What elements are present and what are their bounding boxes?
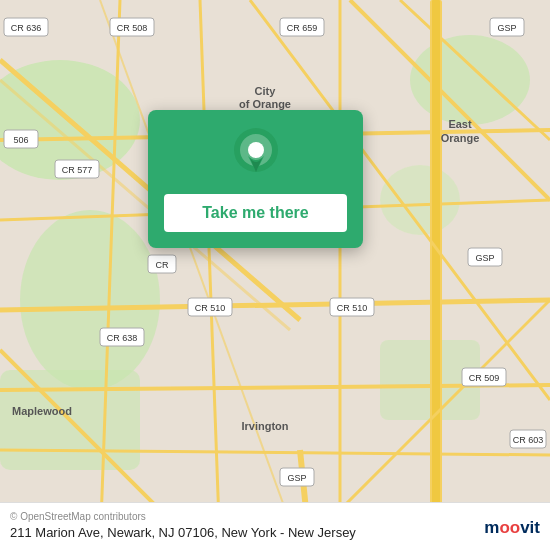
svg-text:GSP: GSP: [287, 473, 306, 483]
svg-text:CR 659: CR 659: [287, 23, 318, 33]
svg-text:GSP: GSP: [497, 23, 516, 33]
svg-text:CR 638: CR 638: [107, 333, 138, 343]
moovit-logo: moovit: [484, 518, 540, 538]
svg-text:CR 510: CR 510: [337, 303, 368, 313]
svg-text:CR 510: CR 510: [195, 303, 226, 313]
take-me-there-button[interactable]: Take me there: [164, 194, 347, 232]
action-card: Take me there: [148, 110, 363, 248]
address-text: 211 Marion Ave, Newark, NJ 07106, New Yo…: [10, 525, 356, 540]
map-container: CR 636 CR 508 CR 659 GSP 506 CR 577 CR G…: [0, 0, 550, 550]
svg-text:506: 506: [13, 135, 28, 145]
svg-text:Irvington: Irvington: [241, 420, 288, 432]
svg-text:Maplewood: Maplewood: [12, 405, 72, 417]
svg-text:East: East: [448, 118, 472, 130]
svg-text:CR 508: CR 508: [117, 23, 148, 33]
map-background: CR 636 CR 508 CR 659 GSP 506 CR 577 CR G…: [0, 0, 550, 550]
svg-text:CR 636: CR 636: [11, 23, 42, 33]
location-pin-icon: [232, 128, 280, 184]
svg-text:CR: CR: [156, 260, 169, 270]
map-attribution: © OpenStreetMap contributors: [10, 511, 540, 522]
bottom-bar: © OpenStreetMap contributors 211 Marion …: [0, 502, 550, 550]
svg-text:of Orange: of Orange: [239, 98, 291, 110]
svg-text:CR 509: CR 509: [469, 373, 500, 383]
svg-text:CR 603: CR 603: [513, 435, 544, 445]
svg-rect-17: [432, 0, 440, 550]
moovit-logo-text: moovit: [484, 518, 540, 538]
svg-text:GSP: GSP: [475, 253, 494, 263]
svg-text:City: City: [255, 85, 277, 97]
attribution-text: © OpenStreetMap contributors: [10, 511, 146, 522]
svg-text:Orange: Orange: [441, 132, 480, 144]
svg-text:CR 577: CR 577: [62, 165, 93, 175]
svg-point-2: [20, 210, 160, 390]
svg-point-62: [248, 142, 264, 158]
